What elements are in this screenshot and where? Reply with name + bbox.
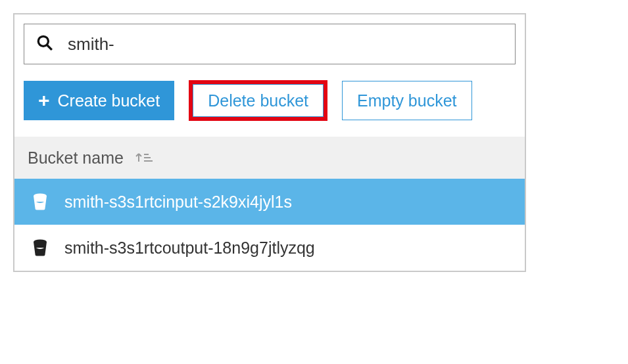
empty-bucket-label: Empty bucket [357,91,456,110]
bucket-icon [30,192,50,212]
create-bucket-label: Create bucket [58,91,160,110]
bucket-row[interactable]: smith-s3s1rtcinput-s2k9xi4jyl1s [14,179,525,225]
svg-line-1 [47,45,52,50]
plus-icon: + [38,91,50,110]
column-header-bucket-name[interactable]: Bucket name [28,148,124,168]
delete-bucket-highlight: Delete bucket [189,80,327,121]
bucket-name: smith-s3s1rtcoutput-18n9g7jtlyzqg [64,239,315,258]
search-icon [36,34,53,54]
search-bar[interactable] [24,24,516,64]
search-input[interactable] [68,34,503,55]
delete-bucket-button[interactable]: Delete bucket [193,84,324,117]
svg-point-0 [38,36,48,46]
action-bar: + Create bucket Delete bucket Empty buck… [24,64,516,137]
create-bucket-button[interactable]: + Create bucket [24,81,174,120]
delete-bucket-label: Delete bucket [208,91,308,110]
bucket-icon [30,238,50,258]
bucket-row[interactable]: smith-s3s1rtcoutput-18n9g7jtlyzqg [14,225,525,271]
bucket-name: smith-s3s1rtcinput-s2k9xi4jyl1s [64,193,292,212]
bucket-panel: + Create bucket Delete bucket Empty buck… [13,13,526,272]
empty-bucket-button[interactable]: Empty bucket [342,81,471,120]
table-header: Bucket name [14,137,525,179]
sort-asc-icon[interactable] [135,150,154,166]
